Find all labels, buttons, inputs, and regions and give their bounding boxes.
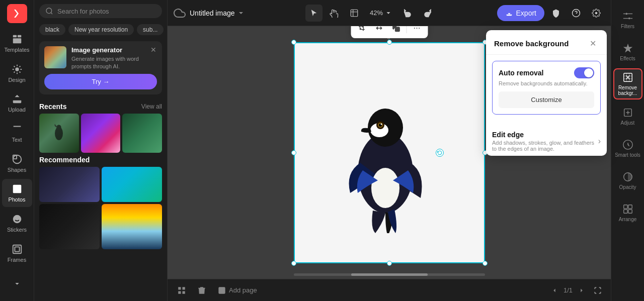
recents-grid [34,114,167,153]
svg-point-19 [414,28,415,29]
sidebar-item-label: Stickers [7,227,27,233]
handle-top-middle[interactable] [387,40,392,45]
canvas-document[interactable] [294,42,485,263]
sidebar-item-frames[interactable]: Frames [2,239,32,267]
try-button[interactable]: Try → [44,74,157,89]
sidebar-item-label: Text [12,137,22,143]
list-item[interactable] [39,114,79,153]
right-item-effects[interactable]: Effects [613,36,642,67]
auto-removal-desc: Remove backgrounds automatically. [499,80,594,86]
bird-image[interactable] [335,72,436,233]
sidebar-item-label: Templates [4,47,29,53]
image-gen-close[interactable]: ✕ [149,45,158,54]
document-title-text: Untitled image [190,9,235,17]
export-button[interactable]: Export [497,5,544,21]
help-btn[interactable] [568,5,585,22]
svg-rect-10 [15,247,19,251]
list-item[interactable] [102,167,162,202]
bottom-right: 1/1 [547,283,605,297]
auto-removal-toggle[interactable] [574,67,594,78]
rb-body: Auto removal Remove backgrounds automati… [486,55,607,125]
view-all-recents[interactable]: View all [141,103,162,110]
left-panel: black New year resolution sub... ✕ Image… [34,0,168,301]
list-item[interactable] [81,114,121,153]
tags-row: black New year resolution sub... [34,22,167,39]
app-logo[interactable] [7,4,27,23]
svg-rect-33 [183,291,185,293]
rotate-handle[interactable] [436,149,444,157]
handle-middle-left[interactable] [291,150,296,155]
svg-point-3 [15,67,19,71]
handle-bottom-right[interactable] [482,261,488,266]
grid-view-btn[interactable] [174,282,190,298]
rb-close-btn[interactable]: ✕ [587,37,599,49]
sidebar-item-stickers[interactable]: Stickers [2,209,32,237]
sidebar-item-shapes[interactable]: Shapes [2,149,32,177]
tag-sub[interactable]: sub... [137,24,164,35]
svg-point-21 [419,28,420,29]
list-item[interactable] [122,114,162,153]
crop-btn[interactable] [354,26,370,36]
auto-removal-row: Auto removal [499,67,594,78]
right-item-remove-bg-label: Remove backgr... [614,85,641,96]
svg-rect-49 [628,205,631,208]
more-btn[interactable] [409,26,425,36]
settings-btn[interactable] [588,5,605,22]
search-input[interactable] [57,8,156,15]
sidebar-item-label: Frames [8,257,26,263]
handle-top-left[interactable] [291,40,296,45]
sidebar-item-more[interactable] [2,269,32,297]
undo-btn[interactable] [399,5,416,22]
svg-rect-48 [623,205,627,208]
sidebar-item-text[interactable]: Text [2,119,32,147]
tag-new-year[interactable]: New year resolution [68,24,134,35]
recents-header: Recents View all [34,99,167,114]
hand-tool-btn[interactable] [326,5,343,22]
fit-btn[interactable] [591,283,605,297]
delete-btn[interactable] [194,282,210,298]
right-item-filters[interactable]: Filters [613,4,642,35]
right-item-smart-tools[interactable]: Smart tools [613,133,642,164]
sidebar-item-templates[interactable]: Templates [2,29,32,57]
add-page-button[interactable]: Add page [214,284,261,296]
auto-removal-section: Auto removal Remove backgrounds automati… [492,61,601,115]
svg-point-38 [628,17,630,19]
flip-btn[interactable] [371,26,387,36]
right-item-opacity[interactable]: Opacity [613,165,642,196]
redo-btn[interactable] [419,5,436,22]
top-bar-right: Export [497,5,605,22]
list-item[interactable] [39,204,100,249]
right-item-adjust[interactable]: Adjust [613,101,642,132]
zoom-control[interactable]: 42% [366,7,396,19]
select-tool-btn[interactable] [305,5,323,22]
tag-black[interactable]: black [39,24,65,35]
edit-edge-desc: Add shadows, strokes, glow, and feathers… [492,140,598,152]
duplicate-btn[interactable] [388,26,404,36]
canvas-scrollbar-h[interactable] [294,273,485,276]
remove-background-panel: Remove background ✕ Auto removal Remove … [486,30,607,156]
document-title-btn[interactable]: Untitled image [190,9,245,17]
edit-edge-left: Edit edge Add shadows, strokes, glow, an… [492,131,598,152]
edit-edge-row[interactable]: Edit edge Add shadows, strokes, glow, an… [486,125,607,156]
list-item[interactable] [39,167,100,202]
prev-page-btn[interactable] [547,283,561,297]
svg-point-7 [15,187,16,188]
recents-title: Recents [39,103,66,111]
frame-tool-btn[interactable] [346,5,363,22]
right-item-adjust-label: Adjust [621,120,635,126]
right-item-remove-bg[interactable]: Remove backgr... [613,68,642,99]
handle-bottom-left[interactable] [291,261,296,266]
list-item[interactable] [102,204,162,249]
shield-icon-btn[interactable] [547,5,565,22]
customize-btn[interactable]: Customize [499,91,594,108]
top-bar: Untitled image 42% [168,0,611,26]
sidebar-item-design[interactable]: Design [2,59,32,87]
image-gen-thumb [44,46,66,68]
sidebar-item-photos[interactable]: Photos [2,179,32,207]
next-page-btn[interactable] [575,283,589,297]
right-item-arrange[interactable]: Arrange [613,197,642,228]
handle-bottom-middle[interactable] [387,261,392,266]
svg-point-11 [46,8,52,14]
toggle-knob [584,68,593,77]
sidebar-item-upload[interactable]: Upload [2,89,32,118]
